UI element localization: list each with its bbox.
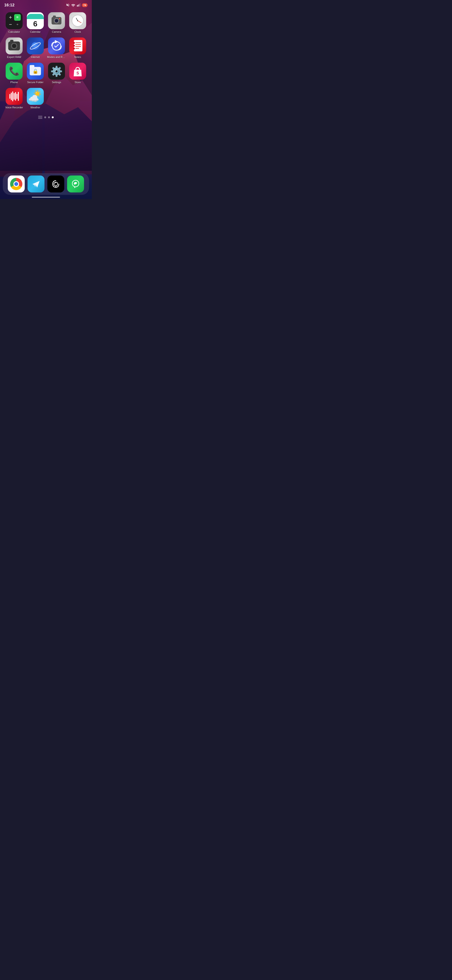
svg-rect-2 xyxy=(79,4,79,6)
notes-label: Notes xyxy=(75,56,81,59)
app-calendar[interactable]: 6 Calendar xyxy=(26,12,45,33)
svg-rect-0 xyxy=(77,5,78,6)
expert-raw-icon xyxy=(6,37,22,54)
voice-recorder-label: Voice Recorder xyxy=(5,106,23,109)
secure-folder-label: Secure Folder xyxy=(27,81,43,84)
status-time: 16:12 xyxy=(4,3,14,8)
wifi-icon xyxy=(71,3,75,7)
dock-chrome[interactable] xyxy=(8,175,25,192)
app-voice-recorder[interactable]: Voice Recorder xyxy=(5,88,24,109)
apps-grid: + = − ÷ Calculator 6 Calendar Camera xyxy=(0,9,92,112)
app-internet[interactable]: Internet xyxy=(26,37,45,59)
app-notes[interactable]: Notes xyxy=(68,37,87,59)
clock-label: Clock xyxy=(75,30,81,33)
dock-telegram[interactable] xyxy=(27,175,45,192)
app-secure-folder[interactable]: 🔒 Secure Folder xyxy=(26,63,45,84)
svg-text:S: S xyxy=(76,71,79,75)
page-indicator-lines xyxy=(38,116,42,119)
svg-rect-1 xyxy=(78,5,78,6)
status-bar: 16:12 74 xyxy=(0,0,92,9)
svg-point-10 xyxy=(73,42,75,44)
whatsapp-icon xyxy=(67,175,84,192)
modes-label: Modes and Routi... xyxy=(47,56,66,59)
voice-recorder-icon xyxy=(6,88,22,105)
app-store[interactable]: S Store xyxy=(68,63,87,84)
signal-icon xyxy=(77,3,81,8)
dock-threads[interactable] xyxy=(47,175,65,192)
internet-icon xyxy=(27,37,44,54)
calculator-label: Calculator xyxy=(8,30,20,33)
svg-rect-9 xyxy=(75,48,79,49)
home-indicator[interactable] xyxy=(32,197,60,198)
app-calculator[interactable]: + = − ÷ Calculator xyxy=(5,12,24,33)
svg-point-12 xyxy=(73,48,75,49)
svg-rect-5 xyxy=(74,40,82,51)
internet-label: Internet xyxy=(31,56,40,59)
phone-icon: 📞 xyxy=(6,63,22,80)
threads-icon xyxy=(47,175,64,192)
app-camera[interactable]: Camera xyxy=(47,12,66,33)
app-weather[interactable]: ☀️ ☁️ Weather xyxy=(26,88,45,109)
battery-badge: 74 xyxy=(82,3,87,7)
page-indicators xyxy=(0,112,92,121)
camera-icon xyxy=(48,12,65,29)
clock-icon xyxy=(69,12,86,29)
camera-label: Camera xyxy=(52,30,61,33)
app-modes[interactable]: Modes and Routi... xyxy=(47,37,66,59)
svg-point-11 xyxy=(73,45,75,47)
store-icon: S xyxy=(69,63,86,80)
page-dot-2[interactable] xyxy=(48,116,50,118)
svg-rect-7 xyxy=(75,44,81,45)
svg-rect-6 xyxy=(75,42,81,43)
page-dot-3[interactable] xyxy=(52,116,54,118)
settings-label: Settings xyxy=(52,81,61,84)
dock-whatsapp[interactable] xyxy=(67,175,84,192)
app-phone[interactable]: 📞 Phone xyxy=(5,63,24,84)
phone-label: Phone xyxy=(10,81,18,84)
notes-icon xyxy=(69,37,86,54)
app-settings[interactable]: ⚙️ Settings xyxy=(47,63,66,84)
store-label: Store xyxy=(75,81,81,84)
chrome-icon xyxy=(8,175,25,192)
telegram-icon xyxy=(27,175,44,192)
svg-rect-3 xyxy=(79,3,80,6)
calendar-icon: 6 xyxy=(27,12,44,29)
app-expert-raw[interactable]: Expert RAW xyxy=(5,37,24,59)
dock xyxy=(3,173,89,195)
page-dot-1[interactable] xyxy=(44,116,46,118)
app-clock[interactable]: Clock xyxy=(68,12,87,33)
svg-rect-8 xyxy=(75,46,81,47)
expert-raw-label: Expert RAW xyxy=(7,56,21,59)
weather-label: Weather xyxy=(30,106,40,109)
weather-icon: ☀️ ☁️ xyxy=(27,88,44,105)
modes-icon xyxy=(48,37,65,54)
calculator-icon: + = − ÷ xyxy=(6,12,22,29)
settings-icon: ⚙️ xyxy=(48,63,65,80)
calendar-label: Calendar xyxy=(30,30,41,33)
mute-icon xyxy=(66,3,70,8)
secure-folder-icon: 🔒 xyxy=(27,63,44,80)
status-icons: 74 xyxy=(66,3,87,8)
